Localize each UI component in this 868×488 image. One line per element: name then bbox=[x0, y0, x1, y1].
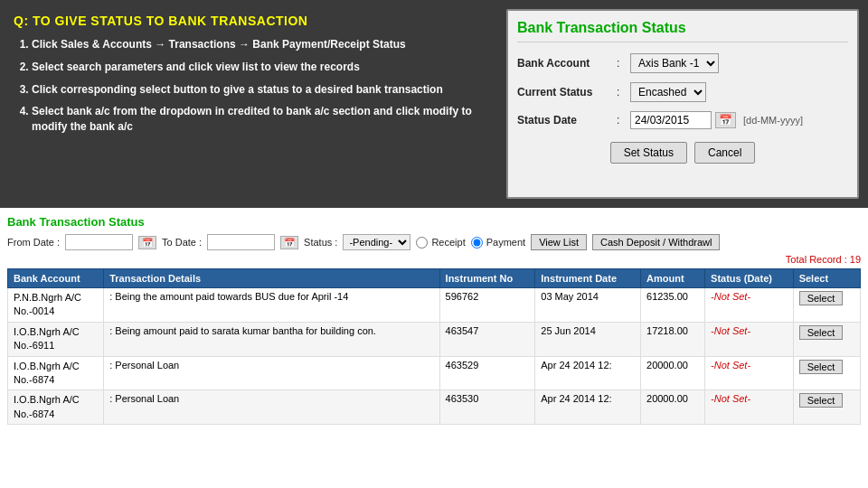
status-date-row: Status Date : 📅 [dd-MM-yyyy] bbox=[517, 111, 848, 129]
status-label: Status : bbox=[304, 237, 337, 248]
col-amount: Amount bbox=[641, 269, 705, 288]
col-status-date: Status (Date) bbox=[705, 269, 794, 288]
select-button-0[interactable]: Select bbox=[799, 291, 844, 305]
cell-transaction: : Personal Loan bbox=[104, 390, 439, 425]
table-row: I.O.B.Ngrh A/CNo.-6874 : Personal Loan 4… bbox=[8, 390, 861, 425]
cell-status: -Not Set- bbox=[705, 356, 794, 390]
receipt-radio-group: Receipt bbox=[416, 237, 465, 249]
bank-transaction-status-popup: Bank Transaction Status Bank Account : A… bbox=[506, 9, 859, 199]
toolbar: From Date : 📅 To Date : 📅 Status : -Pend… bbox=[7, 234, 861, 250]
select-button-2[interactable]: Select bbox=[799, 360, 844, 374]
from-date-label: From Date : bbox=[7, 237, 60, 248]
cell-select: Select bbox=[793, 390, 860, 425]
status-date-label: Status Date bbox=[517, 114, 617, 127]
instruction-item-4: Select bank a/c from the dropdown in cre… bbox=[32, 104, 493, 135]
to-date-calendar-icon[interactable]: 📅 bbox=[280, 236, 298, 249]
view-list-button[interactable]: View List bbox=[531, 234, 587, 250]
select-button-3[interactable]: Select bbox=[799, 393, 844, 408]
instructions-list: Click Sales & Accounts → Transactions → … bbox=[14, 37, 493, 135]
bank-account-label: Bank Account bbox=[517, 57, 617, 70]
transactions-table: Bank Account Transaction Details Instrum… bbox=[7, 268, 861, 425]
instructions-panel: Q: TO GIVE STATUS TO BANK TRANSACTION Cl… bbox=[9, 9, 497, 199]
cell-bank-account: I.O.B.Ngrh A/CNo.-6874 bbox=[8, 390, 104, 425]
col-instrument-no: Instrument No bbox=[439, 269, 535, 288]
receipt-label: Receipt bbox=[431, 237, 465, 248]
table-row: I.O.B.Ngrh A/CNo.-6911 : Being amount pa… bbox=[8, 322, 861, 356]
col-bank-account: Bank Account bbox=[8, 269, 104, 288]
cell-transaction: : Personal Loan bbox=[104, 356, 439, 390]
receipt-radio[interactable] bbox=[416, 237, 428, 249]
cell-instrument-no: 596762 bbox=[439, 288, 535, 323]
payment-radio-group: Payment bbox=[471, 237, 525, 249]
status-date-input[interactable] bbox=[630, 111, 712, 129]
bottom-title: Bank Transaction Status bbox=[7, 215, 861, 229]
table-header-row: Bank Account Transaction Details Instrum… bbox=[8, 269, 861, 288]
popup-title: Bank Transaction Status bbox=[517, 20, 848, 42]
status-date-container: 📅 [dd-MM-yyyy] bbox=[630, 111, 803, 129]
cell-amount: 17218.00 bbox=[641, 322, 705, 356]
current-status-label: Current Status bbox=[517, 86, 617, 99]
set-status-button[interactable]: Set Status bbox=[610, 142, 687, 164]
bank-account-row: Bank Account : Axis Bank -1 SBI -1 HDFC … bbox=[517, 53, 848, 73]
cancel-button[interactable]: Cancel bbox=[694, 142, 755, 164]
status-select[interactable]: -Pending- Encashed Bounced bbox=[343, 234, 410, 250]
from-date-input[interactable] bbox=[65, 234, 133, 250]
cell-instrument-no: 463547 bbox=[439, 322, 535, 356]
cell-amount: 20000.00 bbox=[641, 390, 705, 425]
date-hint: [dd-MM-yyyy] bbox=[743, 115, 803, 126]
col-transaction-details: Transaction Details bbox=[104, 269, 439, 288]
cell-bank-account: I.O.B.Ngrh A/CNo.-6874 bbox=[8, 356, 104, 390]
to-date-input[interactable] bbox=[207, 234, 275, 250]
current-status-select[interactable]: Encashed Pending Bounced Cancelled bbox=[630, 82, 706, 102]
from-date-calendar-icon[interactable]: 📅 bbox=[138, 236, 156, 249]
cell-bank-account: I.O.B.Ngrh A/CNo.-6911 bbox=[8, 322, 104, 356]
cell-amount: 61235.00 bbox=[641, 288, 705, 323]
cell-status: -Not Set- bbox=[705, 288, 794, 323]
bank-account-select[interactable]: Axis Bank -1 SBI -1 HDFC -1 bbox=[630, 53, 719, 73]
bottom-section: Bank Transaction Status From Date : 📅 To… bbox=[0, 208, 868, 488]
cell-instrument-no: 463530 bbox=[439, 390, 535, 425]
select-button-1[interactable]: Select bbox=[799, 325, 844, 340]
cell-instrument-date: Apr 24 2014 12: bbox=[535, 356, 641, 390]
calendar-icon[interactable]: 📅 bbox=[715, 112, 736, 128]
cell-select: Select bbox=[793, 322, 860, 356]
payment-radio[interactable] bbox=[471, 237, 483, 249]
cell-transaction: : Being the amount paid towards BUS due … bbox=[104, 288, 439, 323]
cash-deposit-button[interactable]: Cash Deposit / Withdrawl bbox=[592, 234, 721, 250]
table-row: I.O.B.Ngrh A/CNo.-6874 : Personal Loan 4… bbox=[8, 356, 861, 390]
to-date-label: To Date : bbox=[162, 237, 202, 248]
total-record: Total Record : 19 bbox=[7, 254, 861, 265]
instruction-item-1: Click Sales & Accounts → Transactions → … bbox=[32, 37, 493, 52]
page-title: Q: TO GIVE STATUS TO BANK TRANSACTION bbox=[14, 14, 493, 28]
cell-instrument-date: Apr 24 2014 12: bbox=[535, 390, 641, 425]
cell-instrument-date: 25 Jun 2014 bbox=[535, 322, 641, 356]
popup-buttons: Set Status Cancel bbox=[517, 142, 848, 164]
instruction-item-2: Select search parameters and click view … bbox=[32, 60, 493, 75]
col-select: Select bbox=[793, 269, 860, 288]
instruction-item-3: Click corresponding select button to giv… bbox=[32, 82, 493, 98]
cell-status: -Not Set- bbox=[705, 322, 794, 356]
cell-status: -Not Set- bbox=[705, 390, 794, 425]
cell-bank-account: P.N.B.Ngrh A/CNo.-0014 bbox=[8, 288, 104, 323]
cell-transaction: : Being amount paid to sarata kumar bant… bbox=[104, 322, 439, 356]
cell-amount: 20000.00 bbox=[641, 356, 705, 390]
payment-label: Payment bbox=[486, 237, 525, 248]
cell-select: Select bbox=[793, 288, 860, 323]
cell-select: Select bbox=[793, 356, 860, 390]
table-row: P.N.B.Ngrh A/CNo.-0014 : Being the amoun… bbox=[8, 288, 861, 323]
col-instrument-date: Instrument Date bbox=[535, 269, 641, 288]
current-status-row: Current Status : Encashed Pending Bounce… bbox=[517, 82, 848, 102]
cell-instrument-date: 03 May 2014 bbox=[535, 288, 641, 323]
cell-instrument-no: 463529 bbox=[439, 356, 535, 390]
